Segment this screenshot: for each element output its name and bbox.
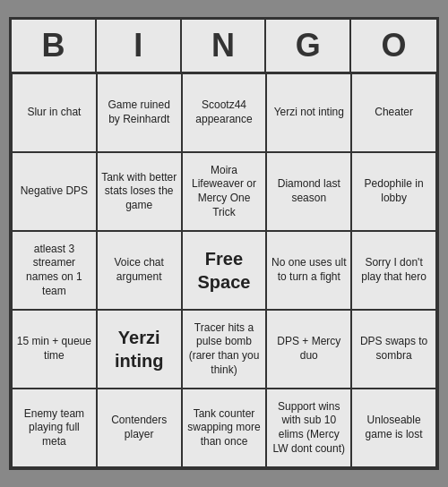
cell-text-11: Voice chat argument <box>101 256 177 284</box>
bingo-cell-0[interactable]: Slur in chat <box>12 73 97 152</box>
cell-text-7: Moira Lifeweaver or Mercy One Trick <box>186 164 263 219</box>
bingo-cell-7[interactable]: Moira Lifeweaver or Mercy One Trick <box>182 152 267 231</box>
cell-text-22: Tank counter swapping more than once <box>186 407 263 449</box>
cell-text-2: Scootz44 appearance <box>186 98 263 126</box>
header-letter-b: B <box>12 20 97 72</box>
cell-text-15: 15 min + queue time <box>16 335 92 363</box>
cell-text-18: DPS + Mercy duo <box>271 335 347 363</box>
bingo-cell-4[interactable]: Cheater <box>351 73 436 152</box>
bingo-cell-18[interactable]: DPS + Mercy duo <box>266 310 351 389</box>
bingo-cell-9[interactable]: Pedophile in lobby <box>351 152 436 231</box>
cell-text-12: Free Space <box>186 247 263 294</box>
cell-text-4: Cheater <box>356 106 432 120</box>
cell-text-23: Support wins with sub 10 elims (Mercy LW… <box>271 400 347 456</box>
cell-text-5: Negative DPS <box>16 184 92 199</box>
bingo-cell-3[interactable]: Yerzi not inting <box>266 73 351 152</box>
cell-text-1: Game ruined by Reinhardt <box>101 98 177 126</box>
bingo-cell-17[interactable]: Tracer hits a pulse bomb (rarer than you… <box>182 310 267 389</box>
bingo-cell-2[interactable]: Scootz44 appearance <box>182 73 267 152</box>
bingo-cell-19[interactable]: DPS swaps to sombra <box>351 310 436 389</box>
header-letter-n: N <box>182 20 267 72</box>
cell-text-21: Contenders player <box>101 414 177 441</box>
header-letter-i: I <box>97 20 182 72</box>
bingo-cell-11[interactable]: Voice chat argument <box>97 231 182 310</box>
bingo-grid: Slur in chatGame ruined by ReinhardtScoo… <box>12 73 436 467</box>
bingo-cell-21[interactable]: Contenders player <box>97 389 182 467</box>
bingo-cell-12[interactable]: Free Space <box>182 231 267 310</box>
cell-text-24: Unloseable game is lost <box>356 414 432 441</box>
bingo-cell-23[interactable]: Support wins with sub 10 elims (Mercy LW… <box>266 389 351 467</box>
cell-text-10: atleast 3 streamer names on 1 team <box>16 243 92 298</box>
bingo-cell-15[interactable]: 15 min + queue time <box>12 310 97 389</box>
bingo-card: BINGO Slur in chatGame ruined by Reinhar… <box>9 17 439 470</box>
bingo-header: BINGO <box>12 20 436 73</box>
bingo-cell-5[interactable]: Negative DPS <box>12 152 97 231</box>
bingo-cell-6[interactable]: Tank with better stats loses the game <box>97 152 182 231</box>
bingo-cell-22[interactable]: Tank counter swapping more than once <box>182 389 267 467</box>
bingo-cell-16[interactable]: Yerzi inting <box>97 310 182 389</box>
cell-text-8: Diamond last season <box>271 177 347 205</box>
cell-text-6: Tank with better stats loses the game <box>101 171 177 213</box>
bingo-cell-24[interactable]: Unloseable game is lost <box>351 389 436 467</box>
cell-text-17: Tracer hits a pulse bomb (rarer than you… <box>186 321 263 377</box>
cell-text-14: Sorry I don't play that hero <box>356 256 432 284</box>
cell-text-16: Yerzi inting <box>101 326 177 372</box>
cell-text-3: Yerzi not inting <box>271 106 347 120</box>
cell-text-0: Slur in chat <box>16 106 92 120</box>
bingo-cell-14[interactable]: Sorry I don't play that hero <box>351 231 436 310</box>
cell-text-9: Pedophile in lobby <box>356 177 432 205</box>
cell-text-19: DPS swaps to sombra <box>356 335 432 363</box>
bingo-cell-8[interactable]: Diamond last season <box>266 152 351 231</box>
bingo-cell-10[interactable]: atleast 3 streamer names on 1 team <box>12 231 97 310</box>
bingo-cell-13[interactable]: No one uses ult to turn a fight <box>266 231 351 310</box>
header-letter-o: O <box>351 20 436 72</box>
header-letter-g: G <box>266 20 351 72</box>
cell-text-13: No one uses ult to turn a fight <box>271 256 347 284</box>
bingo-cell-1[interactable]: Game ruined by Reinhardt <box>97 73 182 152</box>
bingo-cell-20[interactable]: Enemy team playing full meta <box>12 389 97 467</box>
cell-text-20: Enemy team playing full meta <box>16 407 92 449</box>
